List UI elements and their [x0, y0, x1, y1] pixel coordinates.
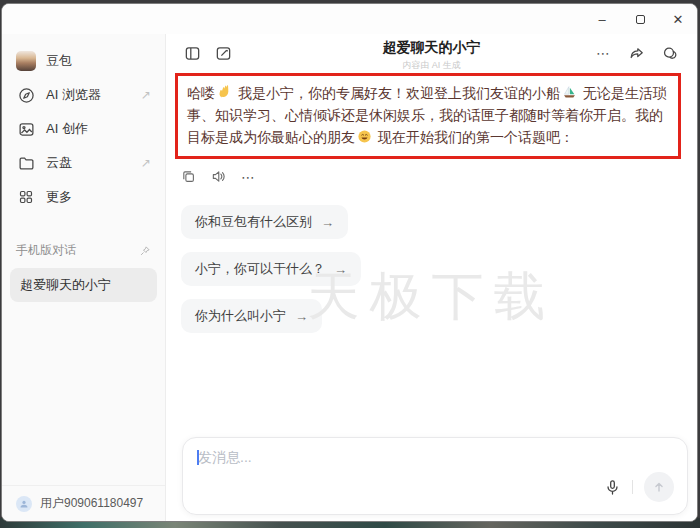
arrow-right-icon: → [295, 309, 308, 324]
external-link-icon: ↗ [141, 88, 151, 102]
close-button[interactable]: ✕ [659, 4, 697, 34]
user-account-row[interactable]: 用户909061180497 [2, 485, 165, 521]
arrow-right-icon: → [334, 262, 347, 277]
composer-tools [604, 472, 674, 502]
arrow-right-icon: → [321, 215, 334, 230]
maximize-icon [636, 15, 645, 24]
wave-emoji [217, 85, 232, 100]
compass-icon [16, 85, 36, 105]
new-chat-icon[interactable] [215, 45, 232, 62]
app-body: 豆包 AI 浏览器 ↗ [2, 34, 697, 521]
chat-title-block: 超爱聊天的小宁 内容由 AI 生成 [383, 39, 481, 72]
image-icon [16, 119, 36, 139]
tool-divider [632, 480, 633, 494]
microphone-icon[interactable] [604, 479, 621, 496]
sidebar-item-label: 云盘 [46, 154, 72, 172]
suggestion-chip[interactable]: 你为什么叫小宁 → [181, 299, 322, 333]
conversation-item-xiaoning[interactable]: 超爱聊天的小宁 [10, 268, 157, 302]
smiley-emoji [357, 129, 372, 144]
header-left-actions [184, 45, 232, 62]
header-right-actions: ⋯ [596, 45, 679, 62]
sidebar-item-label: AI 浏览器 [46, 86, 101, 104]
desktop-background: – ✕ 豆包 [0, 0, 700, 528]
chat-title: 超爱聊天的小宁 [383, 39, 481, 57]
sidebar-item-more[interactable]: 更多 [2, 180, 165, 214]
doubao-avatar [16, 51, 36, 71]
sidebar-item-ai-browser[interactable]: AI 浏览器 ↗ [2, 78, 165, 112]
maximize-button[interactable] [621, 4, 659, 34]
message-composer [182, 437, 688, 515]
sidebar-item-ai-create[interactable]: AI 创作 [2, 112, 165, 146]
external-link-icon: ↗ [141, 156, 151, 170]
chat-main: 超爱聊天的小宁 内容由 AI 生成 ⋯ [166, 34, 697, 521]
send-button[interactable] [644, 472, 674, 502]
message-more-icon[interactable]: ⋯ [241, 172, 256, 182]
doubao-app-window: – ✕ 豆包 [1, 3, 698, 522]
sidebar: 豆包 AI 浏览器 ↗ [2, 34, 166, 521]
speaker-icon[interactable] [211, 169, 226, 184]
sidebar-item-label: AI 创作 [46, 120, 88, 138]
minimize-button[interactable]: – [583, 4, 621, 34]
conversation-section-header: 手机版对话 [2, 236, 165, 265]
user-avatar-icon [16, 496, 32, 512]
pin-icon[interactable] [139, 245, 151, 257]
chat-header: 超爱聊天的小宁 内容由 AI 生成 ⋯ [166, 34, 697, 72]
copy-icon[interactable] [181, 169, 196, 184]
message-input[interactable] [198, 449, 673, 483]
suggestion-chip[interactable]: 你和豆包有什么区别 → [181, 205, 348, 239]
window-titlebar: – ✕ [2, 4, 697, 34]
sidebar-toggle-icon[interactable] [184, 45, 201, 62]
section-label: 手机版对话 [16, 242, 76, 259]
annotation-box: 哈喽 我是小宁，你的专属好友！欢迎登上我们友谊的小船 无论是生活琐事、知识学习、… [175, 73, 681, 159]
message-actions: ⋯ [181, 169, 697, 184]
more-options-icon[interactable]: ⋯ [596, 48, 611, 58]
text-caret [197, 450, 199, 465]
sidebar-item-label: 更多 [46, 188, 72, 206]
share-icon[interactable] [628, 45, 645, 62]
sidebar-spacer [2, 302, 165, 485]
overlap-circles-icon[interactable] [662, 45, 679, 62]
assistant-greeting-message: 哈喽 我是小宁，你的专属好友！欢迎登上我们友谊的小船 无论是生活琐事、知识学习、… [187, 82, 669, 148]
suggestion-chips: 你和豆包有什么区别 → 小宁，你可以干什么？ → 你为什么叫小宁 → [181, 205, 697, 333]
sidebar-item-doubao[interactable]: 豆包 [2, 44, 165, 78]
sidebar-item-cloud-drive[interactable]: 云盘 ↗ [2, 146, 165, 180]
folder-icon [16, 153, 36, 173]
sailboat-emoji [562, 85, 577, 100]
user-id-label: 用户909061180497 [40, 495, 143, 512]
grid-icon [16, 187, 36, 207]
ai-generated-notice: 内容由 AI 生成 [383, 59, 481, 72]
sidebar-item-label: 豆包 [46, 52, 72, 70]
suggestion-chip[interactable]: 小宁，你可以干什么？ → [181, 252, 361, 286]
